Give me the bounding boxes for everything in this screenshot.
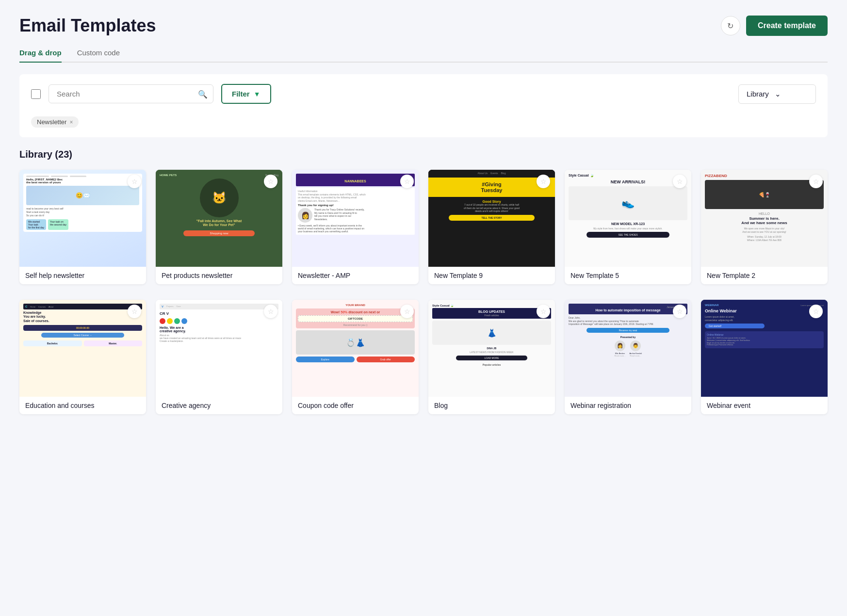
template-name-10: Blog [428, 397, 555, 414]
library-dropdown[interactable]: Library ⌄ [738, 84, 816, 104]
template-name-2: Pet products newsletter [156, 267, 282, 284]
template-thumb-11: January 19, 2018 How to automate imposit… [565, 300, 691, 397]
template-card-4[interactable]: About Us Events Blog #GivingTuesday Good… [428, 170, 555, 284]
templates-grid-row2: C Home Courses About KnowledgeYou are lu… [19, 300, 828, 414]
template-thumb-1: Hello, [FIRST_NAME]! Becthe best version… [19, 170, 146, 267]
template-card-1[interactable]: Hello, [FIRST_NAME]! Becthe best version… [19, 170, 146, 284]
tag-close-newsletter[interactable]: × [69, 119, 73, 126]
template-name-8: Creative agency [156, 397, 282, 414]
template-name-3: Newsletter - AMP [292, 267, 419, 284]
tabs-row: Drag & drop Custom code [19, 44, 828, 63]
tag-row: Self help newsletter Newsletter × [31, 116, 79, 128]
template-name-6: New Template 2 [701, 267, 828, 284]
refresh-icon: ↻ [727, 21, 733, 31]
star-icon-12[interactable]: ☆ [809, 305, 823, 318]
star-icon-3[interactable]: ☆ [400, 175, 414, 188]
template-thumb-6: PIZZABEND 🍕🍷 HELLO Summer is here.And we… [701, 170, 828, 267]
star-icon-1[interactable]: ☆ [128, 175, 141, 188]
template-thumb-3: NANNABEES Useful InformationThis email t… [292, 170, 419, 267]
template-card-6[interactable]: PIZZABEND 🍕🍷 HELLO Summer is here.And we… [701, 170, 828, 284]
tab-drag-drop[interactable]: Drag & drop [19, 44, 62, 63]
create-template-button[interactable]: Create template [746, 16, 828, 36]
template-name-9: Coupon code offer [292, 397, 419, 414]
template-card-8[interactable]: V Projects Case CR V Hello. We are acrea… [156, 300, 282, 414]
tab-custom-code[interactable]: Custom code [77, 44, 120, 63]
refresh-button[interactable]: ↻ [721, 16, 740, 35]
template-card-9[interactable]: YOUR BRAND Wow! 50% discount on next or … [292, 300, 419, 414]
star-icon-10[interactable]: ☆ [537, 305, 550, 318]
template-card-10[interactable]: Style Casual 🍃 BLOG UPDATESFresh article… [428, 300, 555, 414]
search-icon: 🔍 [198, 89, 208, 98]
library-section: Library (23) Hello, [FIRST_NAME]! Becthe… [19, 149, 828, 414]
star-icon-7[interactable]: ☆ [128, 305, 141, 318]
template-card-11[interactable]: January 19, 2018 How to automate imposit… [565, 300, 691, 414]
template-thumb-5: Style Casual 🍃 NEW ARRIVALS! 👟 NEW MODEL… [565, 170, 691, 267]
star-icon-11[interactable]: ☆ [673, 305, 686, 318]
template-name-12: Webinar event [701, 397, 828, 414]
template-name-4: New Template 9 [428, 267, 555, 284]
star-icon-8[interactable]: ☆ [264, 305, 277, 318]
template-thumb-10: Style Casual 🍃 BLOG UPDATESFresh article… [428, 300, 555, 397]
template-thumb-8: V Projects Case CR V Hello. We are acrea… [156, 300, 282, 397]
templates-grid-row1: Hello, [FIRST_NAME]! Becthe best version… [19, 170, 828, 284]
template-card-7[interactable]: C Home Courses About KnowledgeYou are lu… [19, 300, 146, 414]
template-name-11: Webinar registration [565, 397, 691, 414]
star-icon-6[interactable]: ☆ [809, 175, 823, 188]
search-input[interactable] [49, 84, 213, 103]
search-wrapper: 🔍 [49, 84, 213, 103]
template-thumb-7: C Home Courses About KnowledgeYou are lu… [19, 300, 146, 397]
filter-funnel-icon: ▼ [254, 90, 261, 98]
template-card-2[interactable]: HOME PETS Home Blog 🐱 "Fall into Autumn,… [156, 170, 282, 284]
template-name-7: Education and courses [19, 397, 146, 414]
template-card-5[interactable]: Style Casual 🍃 NEW ARRIVALS! 👟 NEW MODEL… [565, 170, 691, 284]
template-thumb-9: YOUR BRAND Wow! 50% discount on next or … [292, 300, 419, 397]
star-icon-2[interactable]: ☆ [264, 175, 277, 188]
template-name-1: Self help newsletter [19, 267, 146, 284]
template-thumb-12: WEBINAR Lorem ipsum dolor at amet Online… [701, 300, 828, 397]
header-actions: ↻ Create template [721, 16, 828, 36]
star-icon-9[interactable]: ☆ [400, 305, 414, 318]
template-card-3[interactable]: NANNABEES Useful InformationThis email t… [292, 170, 419, 284]
page-title: Email Templates [19, 16, 156, 36]
star-icon-4[interactable]: ☆ [537, 175, 550, 188]
section-title: Library (23) [19, 149, 828, 160]
template-thumb-2: HOME PETS Home Blog 🐱 "Fall into Autumn,… [156, 170, 282, 267]
chevron-down-icon: ⌄ [775, 90, 781, 98]
template-card-12[interactable]: WEBINAR Lorem ipsum dolor at amet Online… [701, 300, 828, 414]
template-thumb-4: About Us Events Blog #GivingTuesday Good… [428, 170, 555, 267]
filter-button[interactable]: Filter ▼ [221, 84, 271, 104]
tag-newsletter: Self help newsletter Newsletter × [31, 116, 79, 128]
star-icon-5[interactable]: ☆ [673, 175, 686, 188]
template-name-5: New Template 5 [565, 267, 691, 284]
page-header: Email Templates ↻ Create template [19, 16, 828, 36]
select-all-checkbox[interactable] [31, 89, 41, 99]
filter-bar: 🔍 Filter ▼ Library ⌄ Self help newslette… [19, 74, 828, 137]
